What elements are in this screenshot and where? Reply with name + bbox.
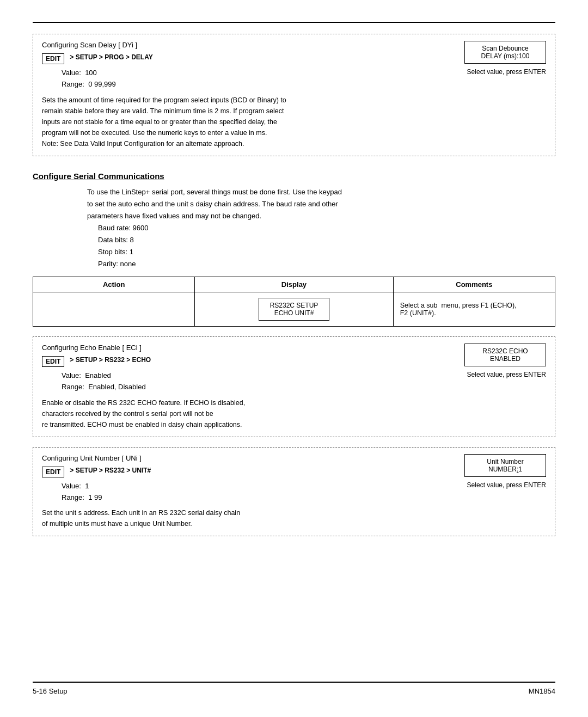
echo-select: Select value, press ENTER	[467, 371, 546, 378]
page: Configuring Scan Delay [ DYi ] EDIT > SE…	[0, 0, 588, 717]
scan-delay-description: Sets the amount of time required for the…	[42, 95, 546, 149]
configure-serial-title: Configure Serial Communications	[33, 171, 555, 181]
table-cell-comments: Select a sub menu, press F1 (ECHO),F2 (U…	[393, 292, 555, 327]
unit-number-right-panel: Unit Number NUMBER:1 Select value, press…	[448, 454, 546, 489]
unit-number-range: Range: 1 99	[62, 492, 437, 504]
table-cell-action	[33, 292, 195, 327]
configure-serial-body: To use the LinStep+ serial port, several…	[87, 186, 555, 271]
scan-delay-display: Scan Debounce DELAY (ms):100	[464, 41, 546, 64]
scan-delay-title: Configuring Scan Delay [ DYi ]	[42, 41, 437, 49]
echo-edit-row: EDIT > SETUP > RS232 > ECHO	[42, 356, 437, 367]
unit-number-display: Unit Number NUMBER:1	[464, 454, 546, 477]
table-row: RS232C SETUP ECHO UNIT# Select a sub men…	[33, 292, 555, 327]
echo-values: Value: Enabled Range: Enabled, Disabled	[62, 370, 437, 393]
echo-range: Range: Enabled, Disabled	[62, 382, 437, 393]
table-header-display: Display	[195, 277, 393, 292]
scan-delay-values: Value: 100 Range: 0 99,999	[62, 68, 437, 90]
unit-number-values: Value: 1 Range: 1 99	[62, 481, 437, 504]
scan-delay-select: Select value, press ENTER	[467, 68, 546, 76]
edit-button-echo[interactable]: EDIT	[42, 356, 64, 367]
table-header-action: Action	[33, 277, 195, 292]
scan-delay-right-panel: Scan Debounce DELAY (ms):100 Select valu…	[448, 41, 546, 76]
echo-display: RS232C ECHO ENABLED	[464, 344, 546, 366]
echo-title: Configuring Echo Enable [ ECi ]	[42, 344, 437, 352]
scan-delay-value: Value: 100	[62, 68, 437, 79]
echo-path: > SETUP > RS232 > ECHO	[70, 356, 151, 364]
scan-delay-edit-row: EDIT > SETUP > PROG > DELAY	[42, 53, 437, 64]
unit-number-box: Configuring Unit Number [ UNi ] EDIT > S…	[33, 447, 555, 537]
serial-table: Action Display Comments RS232C SETUP ECH…	[33, 277, 555, 327]
display-cell-box: RS232C SETUP ECHO UNIT#	[259, 298, 330, 321]
page-footer: 5-16 Setup MN1854	[33, 682, 555, 695]
unit-number-select: Select value, press ENTER	[467, 481, 546, 489]
echo-enable-box: Configuring Echo Enable [ ECi ] EDIT > S…	[33, 336, 555, 437]
unit-number-title: Configuring Unit Number [ UNi ]	[42, 454, 437, 462]
table-cell-display: RS232C SETUP ECHO UNIT#	[195, 292, 393, 327]
unit-number-edit-row: EDIT > SETUP > RS232 > UNIT#	[42, 467, 437, 477]
edit-button-unit[interactable]: EDIT	[42, 467, 64, 477]
unit-number-description: Set the unit s address. Each unit in an …	[42, 507, 546, 529]
footer-left: 5-16 Setup	[33, 687, 68, 695]
top-divider	[33, 22, 555, 23]
table-header-comments: Comments	[393, 277, 555, 292]
unit-number-path: > SETUP > RS232 > UNIT#	[70, 467, 151, 474]
echo-right-panel: RS232C ECHO ENABLED Select value, press …	[448, 344, 546, 378]
unit-number-value: Value: 1	[62, 481, 437, 492]
echo-value: Value: Enabled	[62, 370, 437, 382]
scan-delay-range: Range: 0 99,999	[62, 79, 437, 90]
echo-description: Enable or disable the RS 232C ECHO featu…	[42, 397, 546, 430]
scan-delay-path: > SETUP > PROG > DELAY	[70, 53, 152, 61]
scan-delay-box: Configuring Scan Delay [ DYi ] EDIT > SE…	[33, 34, 555, 156]
footer-right: MN1854	[529, 687, 555, 695]
edit-button-scan[interactable]: EDIT	[42, 53, 64, 64]
